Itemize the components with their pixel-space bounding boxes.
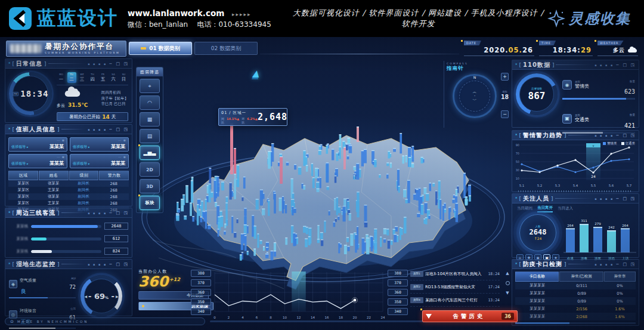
tab-marker xyxy=(141,47,146,50)
y-tick-box: 370 xyxy=(388,279,408,286)
focus-tab[interactable]: 当日进入 xyxy=(558,206,573,212)
svg-text:5.4: 5.4 xyxy=(573,184,578,187)
weekday-cell[interactable]: TH四 xyxy=(88,72,97,83)
alert-list: 类型1湿地3-104片区有不明人员闯入18:24类型2RD13-53烟感报警疑似… xyxy=(410,267,500,307)
svg-text:24: 24 xyxy=(591,174,596,178)
y-tick-box: 380 xyxy=(388,270,408,277)
inspiration-collect[interactable]: 灵感收集 xyxy=(547,9,644,28)
focus-tab[interactable]: 当日离开 xyxy=(537,205,553,212)
focus-tab[interactable]: 当日期间 xyxy=(517,206,532,212)
zoom-in-button[interactable]: + xyxy=(501,73,509,81)
panel-daily-info: *[ 日常信息 ]▪ ▪ ▪ ▪ − □ ◳ PM 18:34 MO一TU二WE… xyxy=(5,58,132,123)
alarm-type-row: ◉类型警情类数量623 xyxy=(562,73,635,100)
y-tick-box: 350 xyxy=(191,298,211,306)
svg-text:311: 311 xyxy=(581,219,587,223)
window-controls-icon[interactable]: − □ ◳ xyxy=(615,133,636,138)
table-header-cell[interactable]: 卡口名称 xyxy=(515,272,559,282)
barchart-layer-icon[interactable]: ▂▅▃ xyxy=(140,146,160,160)
svg-text:5.2: 5.2 xyxy=(537,184,543,187)
alert-row[interactable]: 类型4某路口有小汽车连闯三个红灯13:24 xyxy=(410,294,500,307)
window-controls-icon[interactable]: − □ ◳ xyxy=(615,63,636,67)
mode-2d[interactable]: 2D xyxy=(140,162,160,177)
scroll-up-icon[interactable]: ▲ xyxy=(506,271,509,276)
grid-layer-icon[interactable]: ▦ xyxy=(140,112,160,127)
svg-text:30: 30 xyxy=(516,168,519,172)
duty-leader-card[interactable]: 值班领导▸⋯ ⊗某某某 xyxy=(8,137,67,152)
lanlan-logo-icon xyxy=(8,7,32,30)
window-controls-icon[interactable]: − □ ◳ xyxy=(615,262,636,267)
compass-dial[interactable]: N ︿·﹀ xyxy=(453,74,497,118)
focus-count: 2648 xyxy=(530,228,547,236)
flow-bar xyxy=(31,225,101,228)
alert-time: 13:24 xyxy=(488,298,500,303)
alert-row[interactable]: 类型1湿地3-104片区有不明人员闯入18:24 xyxy=(410,267,500,280)
compass-widget: COMPASS 指南针 N ︿·﹀ + 级别 18 − xyxy=(444,61,510,128)
air-status: 良 xyxy=(21,288,26,294)
weekday-cell[interactable]: TU二 xyxy=(67,72,76,83)
zoom-out-button[interactable]: − xyxy=(501,110,509,118)
tab-data-category-2[interactable]: 02 数据类别 xyxy=(194,42,258,55)
alarm-history-banner[interactable]: 告警历史 36 xyxy=(422,310,518,322)
page-title: 暑期办公协作平台 xyxy=(45,43,120,51)
analog-clock: PM 18:34 xyxy=(9,72,52,115)
tab-data-category-1[interactable]: 01 数据类别 xyxy=(129,42,192,55)
weekday-cell[interactable]: SA六 xyxy=(109,72,118,83)
panel-focus-personnel: *[ 关注人员 ]▪ ▪ ▪ ▪ − □ ◳ 当日期间当日离开当日进入 人数 2… xyxy=(512,193,639,258)
services-text: 大数据可视化设计 / 软件界面设计 / 网站建设 / 手机及小程序设计 / 软件… xyxy=(289,8,547,29)
card-options-icon[interactable]: ⋯ ⊗ xyxy=(118,138,126,142)
credit-bar: ⊙ MADE BY NEHCMMICON xyxy=(5,317,205,325)
weekday-cell[interactable]: FR五 xyxy=(98,72,107,83)
svg-text:16: 16 xyxy=(325,316,329,319)
svg-text:20: 20 xyxy=(353,316,357,319)
duty-leader-card[interactable]: 值班领导▸⋯ ⊗某某某 xyxy=(70,137,129,152)
weather-display: WEATHER 多云 xyxy=(597,42,638,56)
alarm-icon: ◉ xyxy=(562,80,572,90)
window-controls-icon[interactable]: − □ ◳ xyxy=(109,211,129,215)
y-tick-box: 370 xyxy=(191,279,211,286)
window-controls-icon[interactable]: − □ ◳ xyxy=(109,127,129,132)
duty-leader-card[interactable]: 值班领导▸⋯ ⊗某某某 xyxy=(70,154,129,168)
duty-leader-card[interactable]: 值班领导▸⋯ ⊗某某某 xyxy=(8,154,67,168)
scroll-down-icon[interactable]: ▼ xyxy=(506,291,509,295)
y-tick-box: 360 xyxy=(388,289,408,296)
building-layer-icon[interactable]: ▤ xyxy=(140,129,160,143)
week-selector: MO一TU二WE三TH四FR五SA六SU日 xyxy=(57,72,128,85)
card-options-icon[interactable]: ⋯ ⊗ xyxy=(118,155,126,159)
total-alarm-value: 867 xyxy=(528,90,546,101)
window-controls-icon[interactable]: − □ ◳ xyxy=(109,61,129,66)
svg-text:4: 4 xyxy=(242,316,244,319)
axis-ruler xyxy=(518,190,633,192)
weekday-cell[interactable]: WE三 xyxy=(78,72,86,83)
alert-row[interactable]: 类型2RD13-53烟感报警疑似火灾17:24 xyxy=(410,280,500,294)
svg-text:5.6: 5.6 xyxy=(609,184,614,187)
weekday-cell[interactable]: SU日 xyxy=(119,72,128,83)
focus-delta: ↑24 xyxy=(534,236,542,240)
website-link[interactable]: www.lanlanwork.com xyxy=(128,8,224,18)
camera-layer-icon[interactable]: ⌖ xyxy=(140,79,160,93)
scroll-dot-icon[interactable] xyxy=(506,281,510,285)
weekday-cell[interactable]: MO一 xyxy=(57,72,66,83)
card-options-icon[interactable]: ⋯ ⊗ xyxy=(57,138,65,142)
table-header-cell[interactable]: 异常率 xyxy=(604,272,636,282)
cloud-icon xyxy=(64,91,80,97)
window-controls-icon[interactable]: − □ ◳ xyxy=(109,262,129,267)
table-row: 某某某某2/2681.6% xyxy=(515,313,636,320)
table-scrollbar[interactable] xyxy=(515,322,636,324)
warning-triangle-icon xyxy=(426,314,432,319)
svg-text:70: 70 xyxy=(516,152,519,155)
svg-text:6: 6 xyxy=(256,316,258,319)
signal-layer-icon[interactable]: ◠ xyxy=(140,95,160,110)
logo-text: 蓝蓝设计 xyxy=(37,5,118,32)
table-header-cell[interactable]: 异常/已检测 xyxy=(559,272,603,282)
mode-3d[interactable]: 3D xyxy=(140,179,160,193)
card-options-icon[interactable]: ⋯ ⊗ xyxy=(57,155,65,159)
legend-item: 交通类 xyxy=(621,141,636,146)
svg-text:10: 10 xyxy=(283,316,287,319)
svg-text:50: 50 xyxy=(516,160,519,164)
window-controls-icon[interactable]: − □ ◳ xyxy=(615,196,636,201)
mode-block[interactable]: 板块 xyxy=(140,196,160,210)
svg-text:2: 2 xyxy=(228,316,230,319)
north-label: N xyxy=(473,75,476,79)
map-tooltip: 01 / 区域一 同比14.1%▲ 环比6.2%▲ 2,648 xyxy=(218,108,287,126)
flow-bar xyxy=(31,238,101,240)
